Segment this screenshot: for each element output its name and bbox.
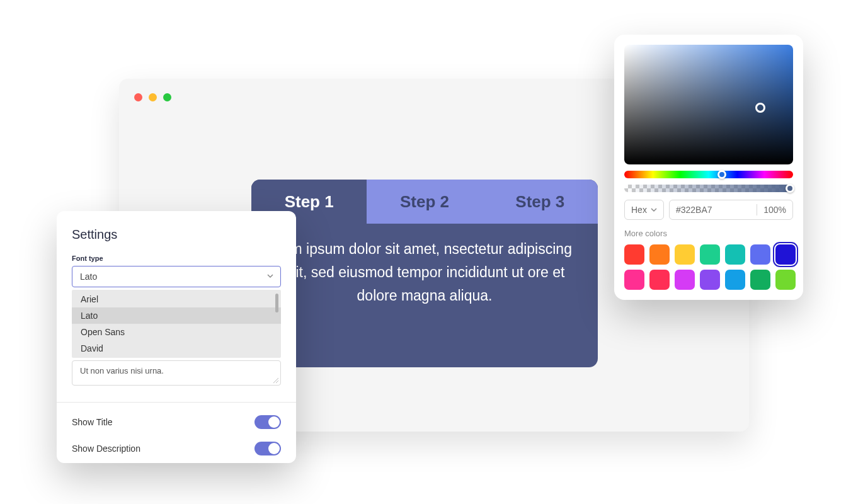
opacity-value: 100% bbox=[763, 205, 786, 215]
alpha-thumb[interactable] bbox=[786, 184, 794, 193]
color-format-value: Hex bbox=[631, 205, 647, 215]
alpha-slider[interactable] bbox=[624, 185, 793, 192]
font-option[interactable]: David bbox=[72, 340, 281, 357]
divider bbox=[57, 402, 296, 403]
more-colors-label: More colors bbox=[624, 229, 793, 238]
color-inputs: Hex #322BA7 100% bbox=[624, 200, 793, 220]
color-swatch[interactable] bbox=[624, 270, 644, 290]
resize-handle-icon[interactable] bbox=[272, 374, 278, 386]
font-type-label: Font type bbox=[72, 255, 281, 262]
steps-card: Step 1Step 2Step 3 rem ipsum dolor sit a… bbox=[251, 180, 598, 367]
show-title-row: Show Title bbox=[72, 415, 281, 429]
color-swatch[interactable] bbox=[750, 244, 770, 265]
step-tab-3[interactable]: Step 3 bbox=[483, 180, 598, 224]
color-swatch[interactable] bbox=[649, 270, 670, 290]
show-description-toggle[interactable] bbox=[254, 442, 281, 455]
close-window-icon[interactable] bbox=[134, 93, 142, 101]
hex-input[interactable]: #322BA7 100% bbox=[669, 200, 793, 220]
font-dropdown-list: ArielLatoOpen SansDavid bbox=[72, 290, 281, 358]
show-description-row: Show Description bbox=[72, 442, 281, 455]
font-type-select[interactable]: Lato bbox=[72, 266, 281, 287]
separator bbox=[757, 204, 757, 215]
hue-slider[interactable] bbox=[624, 171, 793, 178]
color-swatch[interactable] bbox=[775, 244, 796, 265]
step-tab-2[interactable]: Step 2 bbox=[367, 180, 482, 224]
color-swatch[interactable] bbox=[775, 270, 796, 290]
show-title-toggle[interactable] bbox=[254, 415, 281, 429]
color-swatch[interactable] bbox=[675, 244, 695, 265]
color-swatch[interactable] bbox=[725, 244, 745, 265]
color-swatch[interactable] bbox=[700, 270, 720, 290]
maximize-window-icon[interactable] bbox=[163, 93, 171, 101]
settings-panel: Settings Font type Lato ArielLatoOpen Sa… bbox=[57, 211, 296, 463]
color-picker-panel: Hex #322BA7 100% More colors bbox=[614, 35, 803, 300]
color-swatch[interactable] bbox=[750, 270, 770, 290]
font-option[interactable]: Ariel bbox=[72, 291, 281, 307]
color-format-select[interactable]: Hex bbox=[624, 200, 664, 220]
hex-value: #322BA7 bbox=[676, 205, 750, 215]
minimize-window-icon[interactable] bbox=[149, 93, 157, 101]
font-option[interactable]: Open Sans bbox=[72, 324, 281, 340]
color-swatch[interactable] bbox=[725, 270, 745, 290]
steps-body-text: rem ipsum dolor sit amet, nsectetur adip… bbox=[251, 224, 598, 321]
color-swatches bbox=[624, 244, 793, 290]
show-title-label: Show Title bbox=[72, 417, 113, 427]
settings-title: Settings bbox=[72, 227, 281, 242]
show-description-label: Show Description bbox=[72, 444, 140, 454]
description-textarea[interactable] bbox=[72, 360, 281, 386]
color-swatch[interactable] bbox=[624, 244, 644, 265]
font-option[interactable]: Lato bbox=[72, 307, 281, 324]
color-swatch[interactable] bbox=[649, 244, 670, 265]
scrollbar[interactable] bbox=[275, 294, 278, 312]
traffic-lights bbox=[134, 93, 171, 101]
saturation-area[interactable] bbox=[624, 45, 793, 164]
chevron-down-icon bbox=[651, 207, 657, 213]
color-swatch[interactable] bbox=[700, 244, 720, 265]
hue-thumb[interactable] bbox=[717, 170, 726, 179]
steps-tabs: Step 1Step 2Step 3 bbox=[251, 180, 598, 224]
chevron-down-icon bbox=[266, 272, 274, 282]
saturation-cursor-icon[interactable] bbox=[755, 103, 765, 113]
font-type-value: Lato bbox=[80, 272, 97, 282]
color-swatch[interactable] bbox=[675, 270, 695, 290]
